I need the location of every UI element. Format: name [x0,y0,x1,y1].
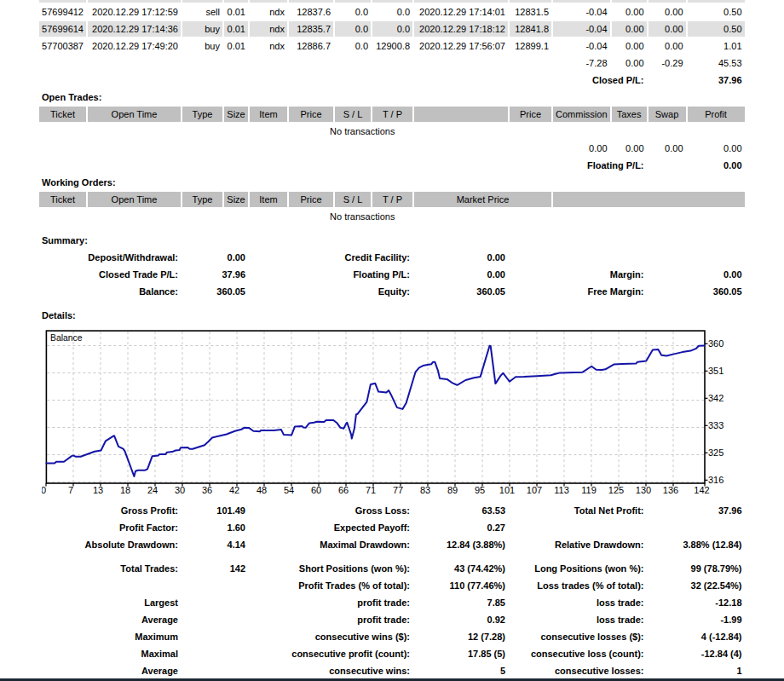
svg-text:Balance: Balance [50,333,83,343]
svg-text:119: 119 [581,485,597,495]
svg-text:13: 13 [93,485,103,495]
svg-text:142: 142 [694,485,709,495]
svg-text:24: 24 [147,485,158,495]
svg-text:101: 101 [499,485,515,495]
svg-text:36: 36 [202,485,212,495]
svg-text:136: 136 [663,485,678,495]
svg-text:130: 130 [636,485,651,495]
svg-text:107: 107 [527,485,542,495]
svg-text:89: 89 [447,485,458,495]
svg-text:0: 0 [42,485,46,495]
svg-text:316: 316 [708,475,723,485]
svg-text:30: 30 [175,485,185,495]
svg-text:325: 325 [708,447,723,458]
svg-text:113: 113 [554,485,569,495]
svg-text:60: 60 [311,485,321,495]
svg-text:95: 95 [475,485,485,495]
svg-text:42: 42 [229,485,239,495]
svg-text:83: 83 [420,485,430,495]
svg-text:125: 125 [608,485,624,495]
svg-text:351: 351 [708,366,723,376]
svg-text:7: 7 [68,485,73,495]
svg-text:360: 360 [708,338,723,349]
svg-text:48: 48 [257,485,267,495]
svg-text:18: 18 [120,485,130,495]
svg-text:66: 66 [338,485,349,495]
svg-text:54: 54 [284,485,294,495]
svg-text:342: 342 [708,393,723,403]
svg-text:71: 71 [366,485,376,495]
svg-text:77: 77 [393,485,403,495]
svg-text:333: 333 [708,420,723,430]
